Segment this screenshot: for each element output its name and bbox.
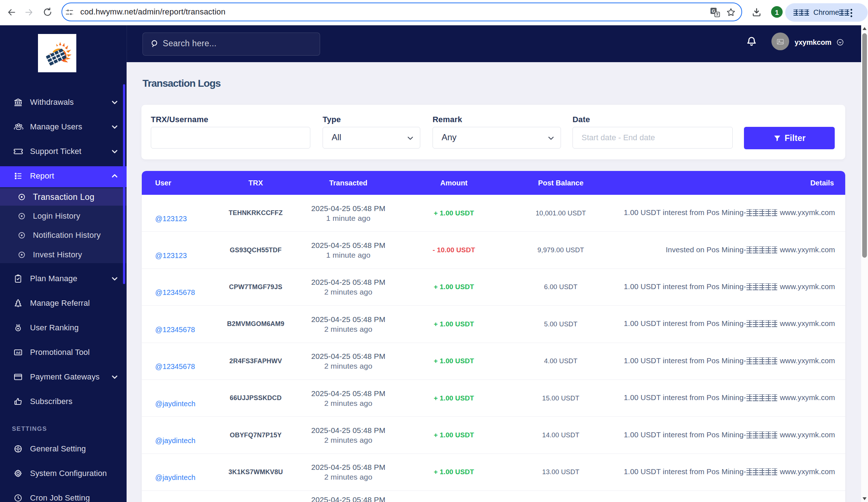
- svg-text:Ad: Ad: [16, 351, 21, 355]
